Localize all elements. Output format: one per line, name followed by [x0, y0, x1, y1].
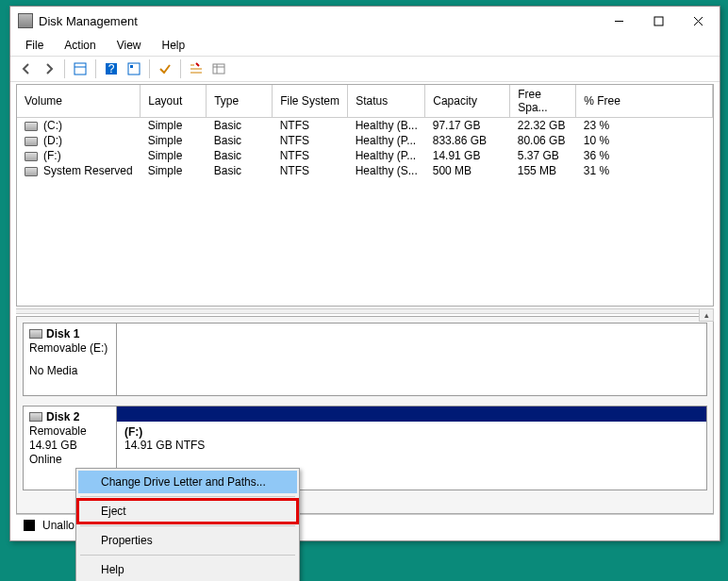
- legend-unallocated-icon: [24, 520, 35, 531]
- col-capacity[interactable]: Capacity: [425, 85, 510, 118]
- svg-rect-8: [128, 63, 140, 75]
- menu-view[interactable]: View: [108, 37, 151, 54]
- menubar: File Action View Help: [10, 35, 720, 56]
- toolbar: ?: [10, 56, 720, 82]
- ctx-properties[interactable]: Properties: [78, 529, 297, 552]
- scroll-up-icon[interactable]: ▴: [699, 308, 714, 322]
- col-status[interactable]: Status: [348, 85, 425, 118]
- back-button[interactable]: [16, 58, 37, 79]
- table-row[interactable]: System ReservedSimpleBasicNTFSHealthy (S…: [17, 163, 713, 178]
- col-free[interactable]: Free Spa...: [510, 85, 576, 118]
- svg-text:?: ?: [108, 62, 115, 75]
- disk-name: Disk 1: [46, 327, 79, 340]
- disk-partition-area[interactable]: [117, 323, 707, 396]
- disk-state: Online: [29, 453, 110, 466]
- separator: [80, 555, 295, 556]
- svg-rect-4: [74, 63, 86, 75]
- disk-icon: [29, 329, 42, 339]
- ctx-help[interactable]: Help: [78, 558, 297, 581]
- titlebar[interactable]: Disk Management: [10, 7, 720, 35]
- col-pct[interactable]: % Free: [576, 85, 713, 118]
- partition-label: (F:): [124, 425, 699, 439]
- minimize-button[interactable]: [599, 8, 638, 34]
- svg-rect-1: [654, 17, 663, 25]
- col-type[interactable]: Type: [207, 85, 273, 118]
- help-icon[interactable]: ?: [101, 58, 122, 79]
- menu-file[interactable]: File: [16, 37, 53, 54]
- ctx-eject[interactable]: Eject: [78, 500, 297, 523]
- drive-icon: [25, 137, 38, 146]
- disk-icon: [29, 412, 42, 422]
- disk-type: Removable: [29, 424, 110, 438]
- maximize-button[interactable]: [638, 8, 678, 34]
- separator: [80, 525, 295, 526]
- list-icon[interactable]: [186, 58, 207, 79]
- partition-header: [117, 407, 706, 422]
- disk-name: Disk 2: [46, 410, 79, 423]
- window-title: Disk Management: [39, 14, 599, 28]
- separator: [80, 496, 295, 497]
- action-icon[interactable]: [155, 58, 175, 79]
- app-icon: [18, 13, 33, 28]
- ctx-change-drive-letter[interactable]: Change Drive Letter and Paths...: [78, 471, 297, 493]
- close-button[interactable]: [678, 8, 718, 34]
- splitter[interactable]: ▴: [16, 308, 714, 314]
- disk-media: No Media: [29, 364, 110, 377]
- col-layout[interactable]: Layout: [141, 85, 207, 118]
- disk-size: 14.91 GB: [29, 439, 110, 452]
- drive-icon: [25, 122, 38, 131]
- forward-button[interactable]: [39, 58, 59, 79]
- disk-row: Disk 1 Removable (E:) No Media: [23, 323, 707, 396]
- disk-management-window: Disk Management File Action View Help ? …: [9, 6, 720, 541]
- svg-rect-10: [213, 64, 224, 74]
- table-row[interactable]: (D:)SimpleBasicNTFSHealthy (P...833.86 G…: [17, 133, 713, 148]
- partition-info: 14.91 GB NTFS: [124, 439, 699, 452]
- col-fs[interactable]: File System: [273, 85, 348, 118]
- drive-icon: [25, 167, 38, 176]
- refresh-icon[interactable]: [124, 58, 144, 79]
- legend-unallocated: Unallo: [42, 519, 74, 532]
- svg-rect-9: [130, 65, 133, 68]
- table-row[interactable]: (C:)SimpleBasicNTFSHealthy (B...97.17 GB…: [17, 118, 713, 134]
- volume-list[interactable]: Volume Layout Type File System Status Ca…: [16, 84, 714, 307]
- menu-help[interactable]: Help: [153, 37, 195, 54]
- disk-type: Removable (E:): [29, 341, 110, 355]
- drive-icon: [25, 152, 38, 161]
- table-row[interactable]: (F:)SimpleBasicNTFSHealthy (P...14.91 GB…: [17, 148, 713, 163]
- context-menu: Change Drive Letter and Paths... Eject P…: [75, 468, 300, 581]
- col-volume[interactable]: Volume: [17, 85, 141, 118]
- menu-action[interactable]: Action: [55, 37, 105, 54]
- disk-label[interactable]: Disk 1 Removable (E:) No Media: [23, 323, 117, 396]
- grid-icon[interactable]: [208, 58, 229, 79]
- properties-icon[interactable]: [70, 58, 91, 79]
